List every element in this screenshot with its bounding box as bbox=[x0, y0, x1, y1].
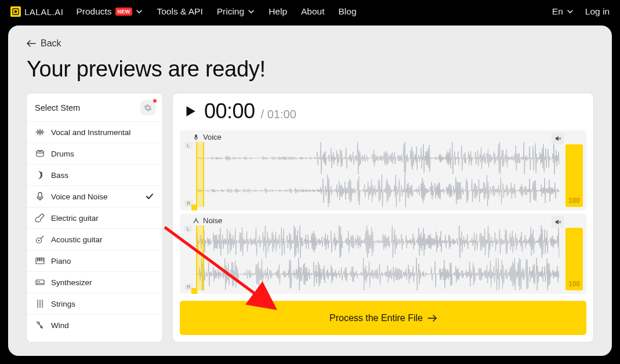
stem-label: Strings bbox=[51, 300, 154, 308]
sidebar: Select Stem Vocal and InstrumentalDrumsB… bbox=[27, 93, 162, 342]
stem-electric-guitar[interactable]: Electric guitar bbox=[27, 207, 162, 228]
back-button[interactable]: Back bbox=[27, 38, 593, 49]
brand-text: LALAL.AI bbox=[24, 7, 63, 17]
stem-label: Bass bbox=[51, 171, 154, 180]
bass-icon bbox=[35, 170, 45, 180]
track-label: Noise bbox=[193, 216, 222, 225]
svg-rect-5 bbox=[38, 192, 42, 198]
stem-label: Vocal and Instrumental bbox=[51, 128, 154, 137]
nav-login[interactable]: Log in bbox=[585, 6, 610, 17]
svg-rect-10 bbox=[39, 258, 40, 261]
stem-synthesizer[interactable]: Synthesizer bbox=[27, 271, 162, 293]
electric-guitar-icon bbox=[35, 213, 45, 223]
stem-vocal-instrumental[interactable]: Vocal and Instrumental bbox=[27, 121, 162, 143]
svg-point-16 bbox=[195, 218, 197, 220]
stem-bass[interactable]: Bass bbox=[27, 164, 162, 185]
chevron-down-icon bbox=[248, 8, 255, 15]
speaker-icon bbox=[554, 219, 561, 225]
stem-label: Piano bbox=[51, 257, 154, 265]
check-icon bbox=[145, 192, 154, 201]
channel-L: L bbox=[184, 225, 193, 232]
playhead-handle[interactable] bbox=[191, 205, 197, 210]
playhead-handle[interactable] bbox=[191, 288, 197, 294]
brand-icon bbox=[10, 6, 21, 17]
stem-label: Voice and Noise bbox=[51, 192, 139, 201]
mute-button[interactable] bbox=[552, 216, 564, 228]
mic-icon bbox=[193, 134, 200, 141]
workarea: Select Stem Vocal and InstrumentalDrumsB… bbox=[27, 93, 593, 342]
nav-lang[interactable]: En bbox=[552, 6, 574, 17]
time-current: 00:00 bbox=[204, 99, 255, 123]
nav-help[interactable]: Help bbox=[269, 6, 287, 17]
acoustic-guitar-icon bbox=[35, 234, 45, 245]
svg-point-7 bbox=[38, 240, 40, 242]
volume-value: 100 bbox=[568, 280, 580, 290]
svg-rect-11 bbox=[41, 258, 42, 261]
topbar: LALAL.AI Products NEW Tools & API Pricin… bbox=[0, 0, 620, 23]
play-button[interactable] bbox=[182, 103, 198, 119]
svg-point-13 bbox=[37, 281, 38, 282]
time-total: / 01:00 bbox=[261, 108, 296, 121]
player-bar: 00:00 / 01:00 bbox=[180, 99, 586, 127]
process-button[interactable]: Process the Entire File bbox=[180, 301, 586, 335]
voice-noise-icon bbox=[35, 191, 45, 202]
nav-about[interactable]: About bbox=[301, 6, 325, 17]
synthesizer-icon bbox=[35, 277, 45, 287]
badge-new: NEW bbox=[115, 8, 133, 16]
stem-voice-noise[interactable]: Voice and Noise bbox=[27, 185, 162, 207]
playhead[interactable] bbox=[196, 225, 204, 290]
gear-icon bbox=[144, 104, 152, 112]
wind-icon bbox=[35, 320, 45, 330]
speaker-icon bbox=[554, 135, 561, 142]
nav-products[interactable]: Products NEW bbox=[76, 6, 143, 17]
stem-wind[interactable]: Wind bbox=[27, 314, 162, 336]
sidebar-head: Select Stem bbox=[27, 93, 162, 121]
stem-acoustic-guitar[interactable]: Acoustic guitar bbox=[27, 228, 162, 250]
channel-L: L bbox=[184, 142, 193, 149]
svg-point-4 bbox=[41, 174, 42, 175]
stem-label: Acoustic guitar bbox=[51, 235, 154, 244]
drums-icon bbox=[35, 148, 45, 159]
chevron-down-icon bbox=[136, 8, 143, 15]
play-icon bbox=[183, 104, 198, 119]
strings-icon bbox=[35, 299, 45, 309]
stem-list: Vocal and InstrumentalDrumsBassVoice and… bbox=[27, 121, 162, 336]
waveform[interactable]: LR bbox=[196, 142, 560, 207]
stem-piano[interactable]: Piano bbox=[27, 250, 162, 271]
stem-label: Electric guitar bbox=[51, 214, 154, 223]
volume-bar[interactable]: 100 bbox=[565, 228, 583, 290]
waveform[interactable]: LR bbox=[196, 225, 560, 290]
svg-rect-1 bbox=[14, 10, 17, 13]
stem-drums[interactable]: Drums bbox=[27, 143, 162, 164]
playhead[interactable] bbox=[196, 142, 204, 207]
arrow-left-icon bbox=[27, 40, 36, 47]
stem-label: Drums bbox=[51, 150, 154, 158]
volume-bar[interactable]: 100 bbox=[565, 144, 583, 207]
brand[interactable]: LALAL.AI bbox=[10, 6, 63, 17]
stem-strings[interactable]: Strings bbox=[27, 293, 162, 314]
svg-point-3 bbox=[41, 172, 42, 173]
vocal-instrumental-icon bbox=[35, 127, 45, 137]
page: Back Your previews are ready! Select Ste… bbox=[8, 26, 612, 356]
nav-pricing[interactable]: Pricing bbox=[217, 6, 255, 17]
nav-blog[interactable]: Blog bbox=[339, 6, 357, 17]
volume-value: 100 bbox=[568, 196, 580, 207]
svg-rect-12 bbox=[36, 280, 44, 285]
chevron-down-icon bbox=[567, 8, 574, 15]
track-voice: Voice100LR bbox=[180, 130, 586, 210]
track-noise: Noise100LR bbox=[180, 214, 586, 294]
mute-button[interactable] bbox=[552, 133, 564, 144]
nav-tools[interactable]: Tools & API bbox=[157, 6, 202, 17]
svg-rect-15 bbox=[195, 134, 197, 138]
page-title: Your previews are ready! bbox=[27, 57, 593, 82]
tracks: Voice100LRNoise100LR bbox=[180, 127, 586, 294]
piano-icon bbox=[35, 256, 45, 266]
arrow-right-icon bbox=[427, 315, 437, 322]
stem-label: Wind bbox=[51, 321, 154, 330]
main-panel: 00:00 / 01:00 Voice100LRNoise100LR Proce… bbox=[173, 93, 593, 342]
svg-rect-9 bbox=[37, 258, 38, 261]
noise-icon bbox=[193, 217, 200, 224]
stem-label: Synthesizer bbox=[51, 278, 154, 287]
settings-button[interactable] bbox=[140, 100, 155, 115]
nav: Products NEW Tools & API Pricing Help Ab… bbox=[76, 6, 356, 17]
